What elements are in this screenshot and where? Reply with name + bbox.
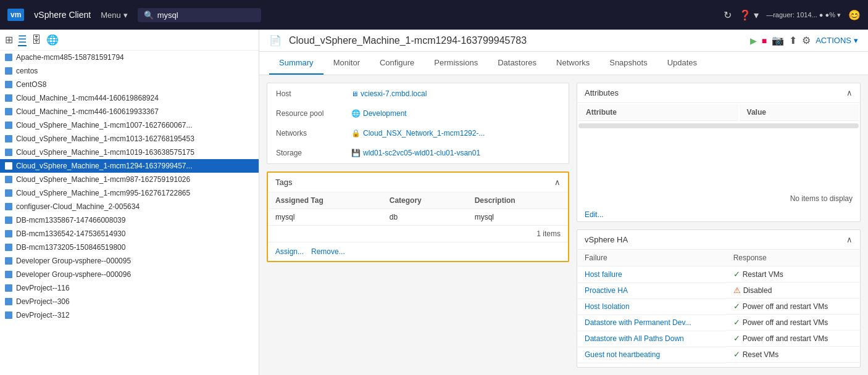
vm-icon [5, 162, 12, 170]
sidebar-item-cloud-vsphere-995[interactable]: Cloud_vSphere_Machine_1-mcm995-162761722… [0, 186, 259, 200]
ha-collapse-icon[interactable]: ∧ [846, 235, 853, 244]
assign-tag-button[interactable]: Assign... [275, 247, 304, 256]
menu-button[interactable]: Menu ▾ [101, 10, 128, 20]
vm-icon [5, 216, 12, 224]
sidebar-icon-db[interactable]: 🗄 [31, 35, 41, 46]
vm-icon [5, 284, 12, 292]
tab-monitor[interactable]: Monitor [323, 52, 370, 75]
sidebar-item-devproject-312[interactable]: DevProject--312 [0, 308, 259, 322]
sidebar-item-cloud-vsphere-1013[interactable]: Cloud_vSphere_Machine_1-mcm1013-16276819… [0, 132, 259, 146]
tags-title: Tags [275, 178, 292, 187]
ha-table: Failure Response Host failure ✓Restart V… [577, 250, 860, 363]
resource-pool-label: Resource pool [269, 104, 343, 123]
tags-col-category: Category [382, 192, 467, 209]
vm-info-table: Host 🖥 vciesxi-7.cmbd.local Resource poo… [267, 83, 569, 163]
tags-actions: Assign... Remove... [268, 242, 568, 261]
sidebar-item-cloud-vsphere-1019[interactable]: Cloud_vSphere_Machine_1-mcm1019-16363857… [0, 146, 259, 159]
storage-link[interactable]: 💾 wld01-sc2vc05-wld01-clu01-vsan01 [351, 149, 560, 157]
sidebar-item-db-1335867[interactable]: DB-mcm1335867-147466008039 [0, 213, 259, 227]
tag-name: mysql [268, 209, 382, 226]
sidebar-icon-home[interactable]: ⊞ [5, 34, 13, 46]
power-on-icon[interactable]: ▶ [750, 36, 757, 46]
sidebar-item-cloud-vsphere-1294[interactable]: Cloud_vSphere_Machine_1-mcm1294-16379994… [0, 159, 259, 173]
sidebar-item-centos8[interactable]: CentOS8 [0, 78, 259, 91]
page-title: Cloud_vSphere_Machine_1-mcm1294-16379994… [289, 35, 527, 46]
sidebar-item-centos[interactable]: centos [0, 64, 259, 78]
resource-pool-row: Resource pool 🌐 Development [269, 104, 567, 123]
user-avatar[interactable]: 😊 [848, 9, 861, 21]
power-off-icon[interactable]: ■ [762, 36, 767, 46]
resource-pool-value[interactable]: 🌐 Development [344, 104, 567, 123]
status-ok-icon: ✓ [733, 334, 740, 343]
sidebar-icon-list[interactable]: ☰ [18, 33, 27, 46]
sidebar-item-configuser[interactable]: configuser-Cloud_Machine_2-005634 [0, 200, 259, 213]
attributes-card: Attributes ∧ Attribute Value [577, 83, 861, 222]
host-link[interactable]: 🖥 vciesxi-7.cmbd.local [351, 89, 560, 98]
ha-row: Datastore with All Paths Down ✓Power off… [577, 331, 860, 347]
tab-permissions[interactable]: Permissions [424, 52, 488, 75]
sidebar-item-db-1336542[interactable]: DB-mcm1336542-147536514930 [0, 227, 259, 241]
attributes-collapse-icon[interactable]: ∧ [846, 88, 853, 97]
tags-collapse-icon[interactable]: ∧ [554, 178, 561, 187]
actions-button[interactable]: ACTIONS ▾ [816, 36, 858, 45]
search-input[interactable] [157, 10, 244, 20]
storage-row: Storage 💾 wld01-sc2vc05-wld01-clu01-vsan… [269, 144, 567, 162]
ha-failure: Datastore with Permanent Dev... [577, 315, 726, 331]
vm-icon [5, 311, 12, 319]
search-bar[interactable]: 🔍 [138, 8, 261, 22]
edit-link[interactable]: Edit... [577, 208, 860, 221]
storage-label: Storage [269, 144, 343, 162]
refresh-icon[interactable]: ↻ [724, 9, 732, 21]
tags-table: Assigned Tag Category Description mysql … [268, 192, 568, 226]
networks-value[interactable]: 🔒 Cloud_NSX_Network_1-mcm1292-... [344, 124, 567, 142]
main-layout: ⊞ ☰ 🗄 🌐 Apache-mcm485-158781591794centos… [0, 30, 868, 375]
tags-item-count: 1 items [536, 229, 561, 238]
sidebar-item-cloud-machine-444[interactable]: Cloud_Machine_1-mcm444-160619868924 [0, 91, 259, 105]
ha-col-response: Response [726, 250, 860, 266]
ha-response: ✓Power off and restart VMs [726, 331, 860, 347]
status-ok-icon: ✓ [733, 350, 740, 359]
sidebar-item-dev-group-96[interactable]: Developer Group-vsphere--000096 [0, 268, 259, 281]
vsphere-ha-card: vSphere HA ∧ Failure Response Host failu… [577, 229, 861, 368]
snapshot-icon[interactable]: 📷 [772, 35, 784, 46]
tab-summary[interactable]: Summary [269, 52, 323, 75]
migrate-icon[interactable]: ⬆ [789, 35, 797, 46]
ha-row: Guest not heartbeating ✓Reset VMs [577, 347, 860, 363]
sidebar-icon-globe[interactable]: 🌐 [46, 34, 59, 46]
tab-networks[interactable]: Networks [546, 52, 599, 75]
main-content: 📄 Cloud_vSphere_Machine_1-mcm1294-163799… [259, 30, 868, 375]
resource-pool-link[interactable]: 🌐 Development [351, 109, 560, 118]
status-ok-icon: ✓ [733, 318, 740, 327]
ha-response: ✓Power off and restart VMs [726, 315, 860, 331]
sidebar-item-dev-group-95[interactable]: Developer Group-vsphere--000095 [0, 254, 259, 268]
remove-tag-button[interactable]: Remove... [311, 247, 345, 256]
more-icon[interactable]: ⚙ [802, 35, 811, 46]
vm-icon [5, 94, 12, 102]
host-value[interactable]: 🖥 vciesxi-7.cmbd.local [344, 84, 567, 103]
ha-response: ✓Restart VMs [726, 266, 860, 282]
horizontal-scrollbar[interactable] [578, 123, 859, 128]
ha-row: Host failure ✓Restart VMs [577, 266, 860, 283]
vm-icon [5, 54, 12, 61]
sidebar-item-cloud-vsphere-1007[interactable]: Cloud_vSphere_Machine_1-mcm1007-16276600… [0, 118, 259, 132]
sidebar-item-db-1373205[interactable]: DB-mcm1373205-150846519800 [0, 241, 259, 254]
sidebar-item-cloud-vsphere-987[interactable]: Cloud_vSphere_Machine_1-mcm987-162759191… [0, 173, 259, 186]
vm-icon [5, 122, 12, 129]
sidebar-item-apache[interactable]: Apache-mcm485-158781591794 [0, 51, 259, 64]
sidebar-item-cloud-machine-446[interactable]: Cloud_Machine_1-mcm446-160619933367 [0, 105, 259, 118]
vm-icon [5, 108, 12, 115]
sidebar-item-devproject-116[interactable]: DevProject--116 [0, 281, 259, 295]
tab-snapshots[interactable]: Snapshots [599, 52, 657, 75]
tab-configure[interactable]: Configure [370, 52, 424, 75]
networks-label: Networks [269, 124, 343, 142]
ha-row: Proactive HA ⚠Disabled [577, 282, 860, 299]
tag-description: mysql [467, 209, 568, 226]
sidebar-item-devproject-306[interactable]: DevProject--306 [0, 295, 259, 308]
networks-link[interactable]: 🔒 Cloud_NSX_Network_1-mcm1292-... [351, 129, 560, 138]
help-icon[interactable]: ❓ ▾ [739, 9, 759, 21]
storage-value[interactable]: 💾 wld01-sc2vc05-wld01-clu01-vsan01 [344, 144, 567, 162]
tab-datastores[interactable]: Datastores [488, 52, 546, 75]
tab-updates[interactable]: Updates [657, 52, 707, 75]
app-title: vSphere Client [34, 10, 91, 20]
header-actions: ▶ ■ 📷 ⬆ ⚙ ACTIONS ▾ [750, 35, 858, 46]
